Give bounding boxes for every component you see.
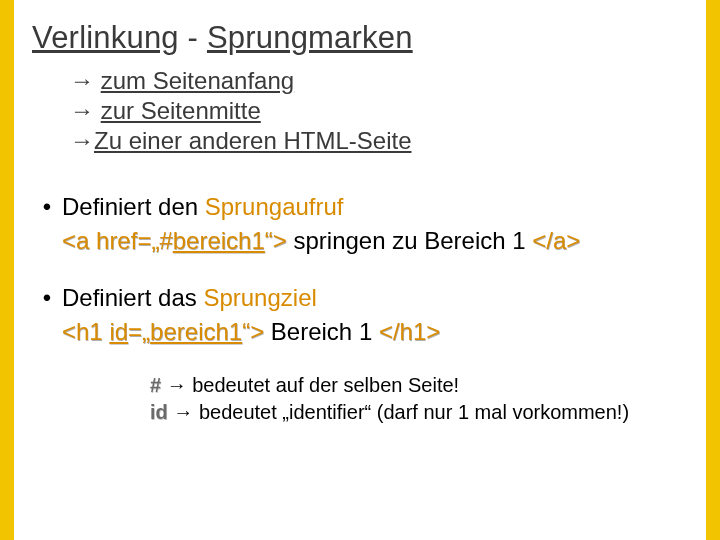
link-label: zur Seitenmitte — [101, 97, 261, 124]
arrow-icon: → — [168, 401, 199, 423]
text: Definiert das — [62, 284, 203, 311]
link-label: Zu einer anderen HTML-Seite — [94, 127, 411, 154]
bullet-sprungaufruf: • Definiert den Sprungaufruf <a href=„#b… — [32, 190, 688, 257]
code-open: <h1 id=„bereich1“> — [62, 318, 264, 345]
title-part2: Sprungmarken — [207, 20, 413, 55]
link-seitenmitte[interactable]: → zur Seitenmitte — [70, 96, 688, 126]
bullet-list: • Definiert den Sprungaufruf <a href=„#b… — [32, 190, 688, 348]
title-dash: - — [179, 20, 207, 55]
bullet-text: Definiert das Sprungziel <h1 id=„bereich… — [62, 281, 440, 348]
slide-content: Verlinkung - Sprungmarken → zum Seitenan… — [14, 0, 706, 540]
id-symbol: id — [150, 401, 168, 423]
note-text: bedeutet „identifier“ (darf nur 1 mal vo… — [199, 401, 629, 423]
code-inner-text: Bereich 1 — [264, 318, 379, 345]
hash-symbol: # — [150, 374, 161, 396]
slide-accent-left — [0, 0, 14, 540]
note-id: id → bedeutet „identifier“ (darf nur 1 m… — [150, 399, 688, 426]
anchor-links-block: → zum Seitenanfang → zur Seitenmitte →Zu… — [70, 66, 688, 156]
bullet-dot-icon: • — [32, 281, 62, 348]
code-open: <a href=„#bereich1“> — [62, 227, 287, 254]
title-part1: Verlinkung — [32, 20, 179, 55]
highlight-word: Sprungziel — [203, 284, 316, 311]
slide-accent-right — [706, 0, 720, 540]
footnotes: # → bedeutet auf der selben Seite! id → … — [150, 372, 688, 426]
note-text: bedeutet auf der selben Seite! — [192, 374, 459, 396]
arrow-icon: → — [70, 97, 94, 124]
link-label: zum Seitenanfang — [101, 67, 294, 94]
page-title: Verlinkung - Sprungmarken — [32, 20, 688, 56]
bullet-sprungziel: • Definiert das Sprungziel <h1 id=„berei… — [32, 281, 688, 348]
highlight-word: Sprungaufruf — [205, 193, 344, 220]
arrow-icon: → — [161, 374, 192, 396]
code-close: </h1> — [379, 318, 440, 345]
arrow-icon: → — [70, 67, 94, 94]
code-inner-text: springen zu Bereich 1 — [287, 227, 532, 254]
link-andere-seite[interactable]: →Zu einer anderen HTML-Seite — [70, 126, 688, 156]
link-seitenanfang[interactable]: → zum Seitenanfang — [70, 66, 688, 96]
note-hash: # → bedeutet auf der selben Seite! — [150, 372, 688, 399]
code-close: </a> — [532, 227, 580, 254]
bullet-dot-icon: • — [32, 190, 62, 257]
arrow-icon: → — [70, 127, 94, 154]
text: Definiert den — [62, 193, 205, 220]
bullet-text: Definiert den Sprungaufruf <a href=„#ber… — [62, 190, 580, 257]
